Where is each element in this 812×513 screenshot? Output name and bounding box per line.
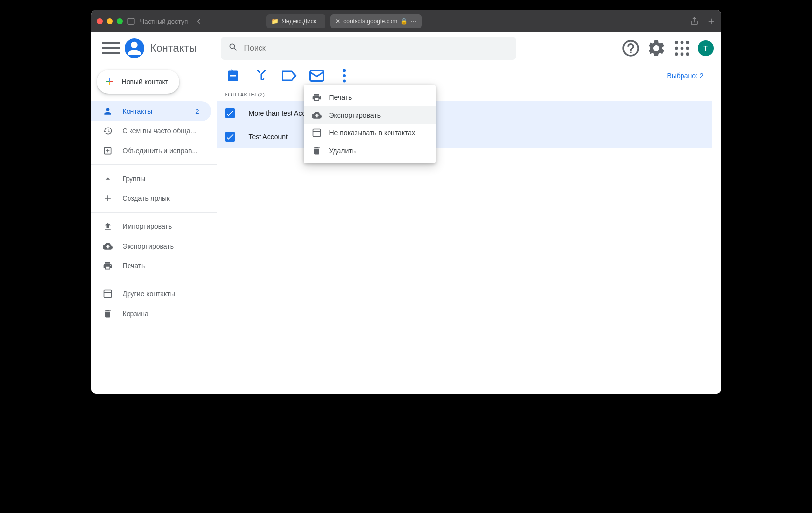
svg-point-8: [675, 47, 678, 50]
lock-icon: 🔒: [400, 18, 408, 25]
close-window-button[interactable]: [97, 18, 103, 24]
contact-row[interactable]: Test Account: [217, 125, 712, 149]
sidebar-item-contacts[interactable]: Контакты 2: [91, 101, 211, 121]
sidebar-item-label: Другие контакты: [123, 290, 175, 298]
sidebar-item-label: Контакты: [123, 107, 152, 115]
section-selfچارچوب-wrapper: КОНТАКТЫ (2): [217, 88, 712, 101]
svg-point-25: [343, 80, 346, 83]
reader-icon[interactable]: ⋯: [411, 18, 417, 25]
menu-item-label: Не показывать в контактах: [329, 129, 416, 137]
selection-toolbar: Выбрано: 2: [217, 64, 712, 88]
selection-count: Выбрано: 2: [667, 72, 703, 80]
checkbox-checked-icon[interactable]: [225, 132, 235, 142]
upload-icon: [103, 222, 113, 231]
svg-rect-0: [128, 18, 134, 24]
merge-button[interactable]: [253, 67, 270, 85]
cloud-upload-icon: [103, 241, 113, 251]
app-header: Контакты T: [91, 32, 721, 64]
tab-favicon: 📁: [271, 18, 279, 25]
chevron-up-icon: [103, 174, 113, 184]
svg-point-13: [686, 52, 689, 56]
browser-tabs: 📁 Яндекс.Диск ✕ contacts.google.com 🔒 ⋯: [266, 14, 422, 28]
account-avatar[interactable]: T: [698, 40, 714, 56]
sidebar-item-label: Создать ярлык: [123, 194, 170, 202]
contact-row[interactable]: More than test Accou: [217, 101, 712, 125]
settings-button[interactable]: [647, 38, 666, 58]
label-button[interactable]: [280, 67, 298, 85]
private-browsing-label: Частный доступ: [140, 18, 188, 25]
print-icon: [312, 93, 322, 102]
svg-point-24: [343, 74, 346, 77]
sidebar-item-label: Объединить и исправ...: [123, 147, 198, 155]
merge-icon: [103, 146, 113, 156]
email-button[interactable]: [308, 67, 325, 85]
help-button[interactable]: [621, 38, 641, 58]
maximize-window-button[interactable]: [117, 18, 123, 24]
select-all-button[interactable]: [225, 67, 243, 85]
minimize-window-button[interactable]: [107, 18, 113, 24]
browser-tab[interactable]: 📁 Яндекс.Диск: [266, 14, 325, 28]
search-input[interactable]: [244, 44, 508, 53]
contacts-logo: [125, 38, 144, 58]
svg-point-11: [675, 52, 678, 56]
sidebar-item-groups[interactable]: Группы: [91, 169, 211, 189]
main-panel: Выбрано: 2 КОНТАКТЫ (2) More than test A…: [217, 64, 721, 394]
sidebar-item-label: Импортировать: [123, 223, 172, 230]
browser-window: Частный доступ 📁 Яндекс.Диск ✕ contacts.…: [91, 10, 721, 394]
more-actions-menu: Печать Экспортировать Не показывать в ко…: [304, 85, 436, 163]
apps-button[interactable]: [672, 38, 692, 58]
new-tab-icon[interactable]: [707, 17, 715, 26]
cloud-upload-icon: [312, 110, 322, 120]
section-label: КОНТАКТЫ (2): [225, 92, 265, 97]
svg-rect-26: [313, 129, 320, 137]
sidebar-item-other[interactable]: Другие контакты: [91, 284, 211, 304]
svg-point-23: [343, 69, 346, 72]
contacts-app: Контакты T: [91, 32, 721, 394]
sidebar-item-label: Группы: [123, 175, 146, 183]
checkbox-checked-icon[interactable]: [225, 108, 235, 118]
share-icon[interactable]: [690, 17, 699, 26]
new-contact-label: Новый контакт: [122, 78, 169, 86]
search-bar[interactable]: [221, 37, 516, 60]
browser-tab-active[interactable]: ✕ contacts.google.com 🔒 ⋯: [330, 14, 422, 28]
menu-item-delete[interactable]: Удалить: [304, 142, 436, 160]
svg-rect-18: [104, 290, 111, 298]
more-button[interactable]: [335, 67, 353, 85]
sidebar-item-label: С кем вы часто общае...: [123, 127, 199, 135]
divider: [91, 280, 217, 280]
sidebar-item-label: Экспортировать: [123, 242, 174, 250]
svg-point-5: [675, 41, 678, 44]
sidebar-item-export[interactable]: Экспортировать: [91, 236, 211, 256]
svg-point-10: [686, 47, 689, 50]
menu-button[interactable]: [99, 36, 123, 60]
sidebar-item-label: Печать: [123, 262, 145, 270]
menu-item-print[interactable]: Печать: [304, 89, 436, 106]
sidebar-item-merge[interactable]: Объединить и исправ...: [91, 141, 211, 160]
svg-rect-21: [230, 75, 236, 77]
window-controls: [97, 18, 123, 24]
search-icon: [228, 42, 238, 54]
sidebar-toggle-icon[interactable]: [127, 17, 135, 26]
sidebar-item-label: Корзина: [123, 310, 149, 318]
new-contact-button[interactable]: Новый контакт: [97, 70, 180, 94]
menu-item-label: Удалить: [329, 147, 356, 155]
sidebar-item-frequent[interactable]: С кем вы часто общае...: [91, 121, 211, 141]
print-icon: [103, 261, 113, 271]
tab-close-icon[interactable]: ✕: [335, 18, 340, 25]
tab-title: contacts.google.com: [343, 18, 397, 25]
menu-item-hide[interactable]: Не показывать в контактах: [304, 124, 436, 142]
person-icon: [103, 106, 113, 116]
trash-icon: [103, 309, 113, 319]
back-button[interactable]: [195, 17, 203, 26]
contact-name: Test Account: [249, 133, 288, 141]
divider: [91, 212, 217, 213]
svg-point-6: [680, 41, 683, 44]
menu-item-export[interactable]: Экспортировать: [304, 106, 436, 124]
sidebar-item-trash[interactable]: Корзина: [91, 304, 211, 323]
app-title: Контакты: [150, 42, 197, 55]
sidebar-item-create-label[interactable]: Создать ярлык: [91, 189, 211, 208]
browser-chrome: Частный доступ 📁 Яндекс.Диск ✕ contacts.…: [91, 10, 721, 32]
trash-icon: [312, 146, 322, 156]
sidebar-item-print[interactable]: Печать: [91, 256, 211, 276]
sidebar-item-import[interactable]: Импортировать: [91, 217, 211, 236]
